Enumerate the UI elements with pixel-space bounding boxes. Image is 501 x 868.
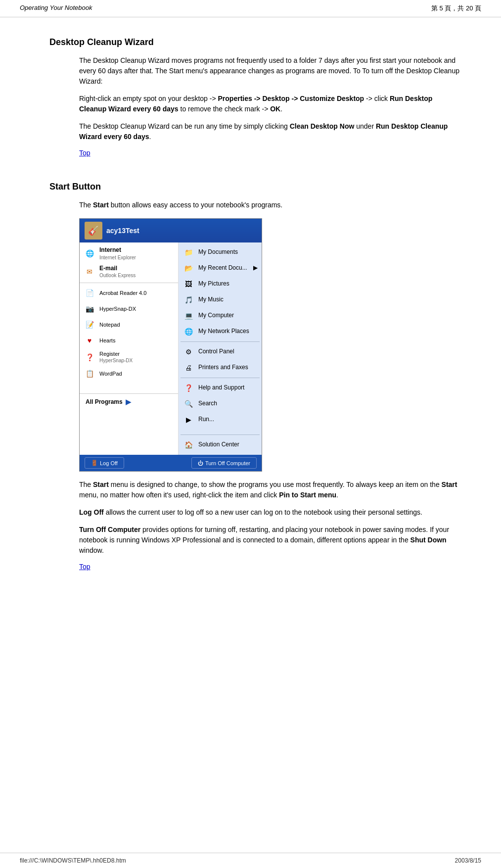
internet-icon: 🌐 — [84, 247, 95, 259]
desktop-cleanup-p3: The Desktop Cleanup Wizard can be run an… — [79, 121, 461, 142]
solution-icon: 🏠 — [182, 439, 194, 451]
all-programs-item: All Programs ▶ — [82, 396, 176, 408]
start-button-p1: The Start button allows easy access to y… — [79, 200, 461, 210]
network-icon: 🌐 — [182, 326, 194, 338]
desktop-cleanup-p1: The Desktop Cleanup Wizard moves program… — [79, 55, 461, 87]
start-menu-screenshot: 🎸 acy13Test 🌐 Internet Internet Explorer — [79, 218, 262, 472]
menu-item-wordpad: 📋 WordPad — [80, 366, 178, 382]
start-button-section: Start Button The Start button allows eas… — [49, 182, 461, 580]
username: acy13Test — [106, 227, 139, 235]
page-content: Desktop Cleanup Wizard The Desktop Clean… — [0, 17, 501, 615]
menu-item-mymusic: 🎵 My Music — [179, 292, 262, 308]
user-icon: 🎸 — [85, 222, 102, 240]
wordpad-icon: 📋 — [84, 368, 95, 380]
menu-item-notepad: 📝 Notepad — [80, 317, 178, 333]
desktop-cleanup-title: Desktop Cleanup Wizard — [49, 37, 461, 48]
mycomputer-icon: 💻 — [182, 310, 194, 322]
menu-item-help: ❓ Help and Support — [179, 380, 262, 396]
start-menu-right: 📁 My Documents 📂 My Recent Docu... ▶ 🖼 M… — [179, 242, 262, 455]
footer-date: 2003/8/15 — [455, 857, 481, 864]
hypersnap-icon: 📷 — [84, 303, 95, 315]
footer-filepath: file:///C:\WINDOWS\TEMP\.hh0ED8.htm — [20, 857, 126, 864]
logoff-icon: 🚪 — [91, 460, 98, 466]
right-divider-3 — [181, 434, 260, 435]
menu-item-solution: 🏠 Solution Center — [179, 437, 262, 453]
printers-icon: 🖨 — [182, 362, 194, 374]
start-menu-footer: 🚪 Log Off ⏻ Turn Off Computer — [80, 455, 262, 471]
page-header: Operating Your Notebook 第 5 頁，共 20 頁 — [0, 0, 501, 17]
menu-item-printers: 🖨 Printers and Faxes — [179, 360, 262, 376]
search-icon: 🔍 — [182, 398, 194, 410]
menu-divider-2 — [80, 393, 178, 394]
start-menu-body: 🌐 Internet Internet Explorer ✉ E-mail Ou… — [80, 242, 262, 455]
menu-item-hearts: ♥ Hearts — [80, 333, 178, 348]
mymusic-icon: 🎵 — [182, 294, 194, 306]
mypics-icon: 🖼 — [182, 278, 194, 290]
notepad-icon: 📝 — [84, 319, 95, 331]
page-footer: file:///C:\WINDOWS\TEMP\.hh0ED8.htm 2003… — [0, 853, 501, 868]
submenu-arrow-icon: ▶ — [253, 264, 258, 272]
log-off-button[interactable]: 🚪 Log Off — [85, 457, 124, 469]
start-button-title: Start Button — [49, 182, 461, 192]
controlpanel-icon: ⚙ — [182, 346, 194, 358]
run-icon: ▶ — [182, 414, 194, 426]
myrecent-icon: 📂 — [182, 262, 194, 274]
menu-item-mypics: 🖼 My Pictures — [179, 276, 262, 292]
menu-divider-1 — [80, 283, 178, 283]
menu-item-hypersnap: 📷 HyperSnap-DX — [80, 301, 178, 317]
menu-item-search: 🔍 Search — [179, 396, 262, 412]
menu-item-acrobat: 📄 Acrobat Reader 4.0 — [80, 285, 178, 301]
menu-item-register: ❓ Register HyperSnap-DX — [80, 348, 178, 366]
start-button-p4: Turn Off Computer provides options for t… — [79, 525, 461, 556]
menu-item-run: ▶ Run... — [179, 412, 262, 428]
page-title: Operating Your Notebook — [20, 4, 92, 13]
help-icon: ❓ — [182, 382, 194, 394]
menu-item-email: ✉ E-mail Outlook Express — [80, 263, 178, 281]
start-button-p2: The Start menu is designed to change, to… — [79, 480, 461, 500]
start-button-indent: The Start button allows easy access to y… — [79, 200, 461, 580]
start-menu-header: 🎸 acy13Test — [80, 219, 262, 242]
email-icon: ✉ — [84, 266, 95, 278]
page-number: 第 5 頁，共 20 頁 — [431, 4, 481, 13]
turnoff-icon: ⏻ — [198, 460, 203, 466]
start-button-top-link[interactable]: Top — [79, 563, 91, 571]
menu-item-mydocs: 📁 My Documents — [179, 244, 262, 260]
start-menu-left: 🌐 Internet Internet Explorer ✉ E-mail Ou… — [80, 242, 179, 455]
menu-item-myrecent: 📂 My Recent Docu... ▶ — [179, 260, 262, 276]
desktop-cleanup-p2: Right-click an empty spot on your deskto… — [79, 94, 461, 114]
desktop-cleanup-top-link[interactable]: Top — [79, 149, 91, 157]
menu-item-controlpanel: ⚙ Control Panel — [179, 344, 262, 360]
start-button-p3: Log Off allows the current user to log o… — [79, 507, 461, 518]
hearts-icon: ♥ — [84, 335, 95, 346]
menu-item-mycomputer: 💻 My Computer — [179, 308, 262, 324]
menu-item-network: 🌐 My Network Places — [179, 324, 262, 339]
desktop-cleanup-section: Desktop Cleanup Wizard The Desktop Clean… — [49, 37, 461, 167]
register-icon: ❓ — [84, 351, 95, 363]
acrobat-icon: 📄 — [84, 287, 95, 299]
right-divider-1 — [181, 341, 260, 342]
right-divider-2 — [181, 378, 260, 378]
mydocs-icon: 📁 — [182, 246, 194, 258]
menu-item-internet: 🌐 Internet Internet Explorer — [80, 244, 178, 263]
all-programs-arrow-icon: ▶ — [126, 398, 131, 406]
desktop-cleanup-indent: The Desktop Cleanup Wizard moves program… — [79, 55, 461, 167]
turn-off-button[interactable]: ⏻ Turn Off Computer — [191, 457, 257, 469]
